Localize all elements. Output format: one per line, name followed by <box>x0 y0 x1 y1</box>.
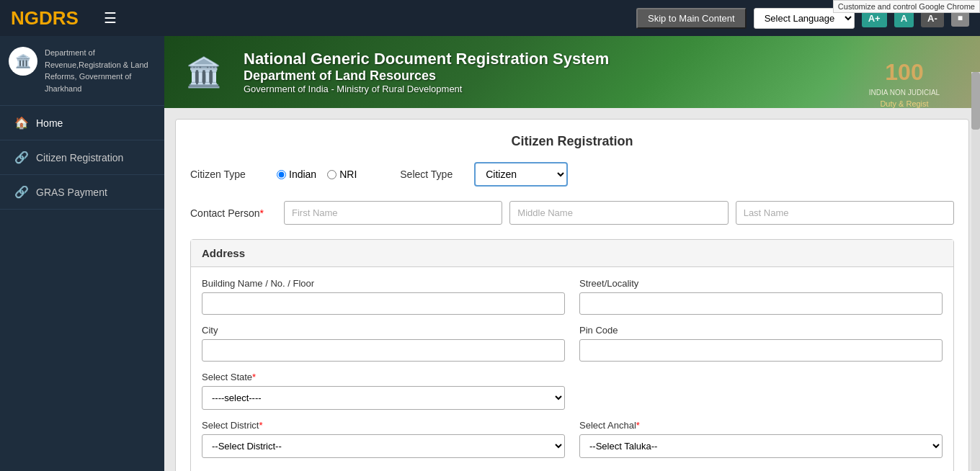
address-section-header: Address <box>191 240 953 267</box>
citizen-type-label: Citizen Type <box>190 169 262 180</box>
banner-title1: National Generic Document Registration S… <box>244 50 609 68</box>
address-row-4: Select District* --Select District-- Sel… <box>202 420 943 458</box>
state-field: Select State* ----select---- <box>202 372 565 410</box>
radio-group: Indian NRI <box>277 169 357 180</box>
citizen-type-row: Citizen Type Indian NRI Select Type <box>190 162 954 187</box>
address-row-3: Select State* ----select---- <box>202 372 943 410</box>
district-select[interactable]: --Select District-- <box>202 434 565 458</box>
sidebar-item-home[interactable]: 🏠 Home <box>0 106 164 140</box>
address-section-body: Building Name / No. / Floor Street/Local… <box>191 267 953 471</box>
home-icon: 🏠 <box>14 116 29 130</box>
city-field: City <box>202 325 565 362</box>
org-info: 🏛️ Department of Revenue,Registration & … <box>0 36 164 106</box>
customize-note: Customize and control Google Chrome <box>833 0 980 13</box>
name-inputs <box>284 201 954 225</box>
district-field: Select District* --Select District-- <box>202 420 565 458</box>
sidebar-home-label: Home <box>36 117 63 129</box>
state-label: Select State* <box>202 372 565 382</box>
sidebar-item-citizen-registration[interactable]: 🔗 Citizen Registration <box>0 140 164 175</box>
contact-required: * <box>260 207 264 219</box>
contact-row: Contact Person* <box>190 201 954 225</box>
org-logo: 🏛️ <box>9 47 37 76</box>
scrollbar[interactable] <box>971 72 980 471</box>
sidebar-gras-label: GRAS Payment <box>36 187 107 198</box>
radio-indian[interactable] <box>277 170 286 179</box>
radio-nri[interactable] <box>327 170 337 179</box>
street-label: Street/Locality <box>579 278 943 289</box>
form-container: Citizen Registration Citizen Type Indian <box>175 119 969 471</box>
anchal-field: Select Anchal* --Select Taluka-- <box>579 420 943 458</box>
banner-subtitle: Government of India - Ministry of Rural … <box>244 84 609 94</box>
contact-person-label: Contact Person* <box>190 207 277 219</box>
anchal-label: Select Anchal* <box>579 420 943 431</box>
taluka-select[interactable]: --Select Taluka-- <box>579 434 943 458</box>
street-input[interactable] <box>579 292 943 315</box>
sidebar-citizen-label: Citizen Registration <box>36 152 123 163</box>
district-label: Select District* <box>202 420 565 431</box>
address-row-1: Building Name / No. / Floor Street/Local… <box>202 278 943 315</box>
banner-logo: 🏛️ <box>179 47 229 97</box>
address-section: Address Building Name / No. / Floor Stre… <box>190 239 954 471</box>
address-row-2: City Pin Code <box>202 325 943 362</box>
select-type-label: Select Type <box>400 169 453 180</box>
radio-indian-text: Indian <box>289 169 316 180</box>
gras-icon: 🔗 <box>14 185 29 199</box>
banner-right: 100 INDIA NON JUDICIAL Duty & Regist <box>836 36 980 108</box>
banner: 🏛️ National Generic Document Registratio… <box>164 36 980 108</box>
radio-nri-label[interactable]: NRI <box>327 169 357 180</box>
building-input[interactable] <box>202 292 565 315</box>
building-label: Building Name / No. / Floor <box>202 278 565 289</box>
app-logo: NGDRS <box>11 7 79 30</box>
first-name-input[interactable] <box>284 201 502 225</box>
last-name-input[interactable] <box>736 201 954 225</box>
sidebar: 🏛️ Department of Revenue,Registration & … <box>0 36 164 471</box>
state-select[interactable]: ----select---- <box>202 386 565 410</box>
org-text: Department of Revenue,Registration & Lan… <box>45 47 156 94</box>
middle-name-input[interactable] <box>509 201 728 225</box>
citizen-type-select[interactable]: Citizen Advocate SRO <box>474 162 568 187</box>
banner-title2: Department of Land Resources <box>244 68 609 84</box>
citizen-icon: 🔗 <box>14 151 29 164</box>
main-content: Citizen Registration Citizen Type Indian <box>164 108 980 471</box>
form-title: Citizen Registration <box>190 134 954 149</box>
street-field: Street/Locality <box>579 278 943 315</box>
radio-nri-text: NRI <box>339 169 357 180</box>
hamburger-menu[interactable]: ☰ <box>104 9 117 27</box>
pincode-input[interactable] <box>579 339 943 362</box>
banner-text: National Generic Document Registration S… <box>244 50 609 94</box>
sidebar-item-gras-payment[interactable]: 🔗 GRAS Payment <box>0 175 164 210</box>
pincode-label: Pin Code <box>579 325 943 336</box>
building-field: Building Name / No. / Floor <box>202 278 565 315</box>
pincode-field: Pin Code <box>579 325 943 362</box>
scrollbar-thumb[interactable] <box>971 72 980 130</box>
radio-indian-label[interactable]: Indian <box>277 169 316 180</box>
skip-to-main-button[interactable]: Skip to Main Content <box>636 8 747 29</box>
city-input[interactable] <box>202 339 565 362</box>
city-label: City <box>202 325 565 336</box>
